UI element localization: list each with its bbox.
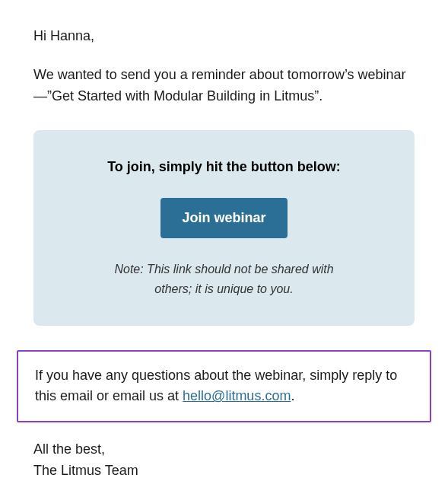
- join-note: Note: This link should not be shared wit…: [103, 260, 346, 300]
- email-body: Hi Hanna, We wanted to send you a remind…: [0, 0, 448, 497]
- intro-text: We wanted to send you a reminder about t…: [33, 65, 415, 107]
- join-heading: To join, simply hit the button below:: [64, 159, 384, 175]
- questions-callout: If you have any questions about the webi…: [17, 350, 431, 423]
- join-webinar-button[interactable]: Join webinar: [160, 198, 287, 238]
- join-card: To join, simply hit the button below: Jo…: [33, 130, 415, 326]
- signoff: All the best, The Litmus Team: [33, 439, 415, 482]
- signoff-line-1: All the best,: [33, 439, 415, 460]
- questions-text-after: .: [291, 388, 294, 403]
- contact-email-link[interactable]: hello@litmus.com: [183, 388, 291, 403]
- greeting-text: Hi Hanna,: [33, 26, 415, 46]
- signoff-line-2: The Litmus Team: [33, 460, 415, 482]
